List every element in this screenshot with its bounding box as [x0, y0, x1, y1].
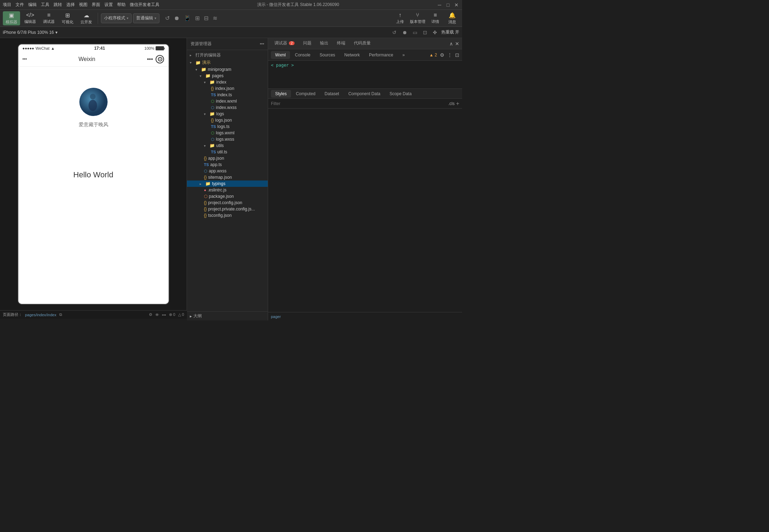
detail-button[interactable]: ≡ 详情	[428, 12, 442, 24]
file-tree-more-icon[interactable]: •••	[260, 42, 264, 47]
panel-tab-network[interactable]: Network	[340, 51, 364, 59]
message-button[interactable]: 🔔 消息	[445, 12, 459, 25]
tab-output[interactable]: 输出	[316, 39, 332, 48]
style-tab-component-data[interactable]: Component Data	[344, 90, 384, 98]
xml-node-pager[interactable]: < pager >	[268, 62, 462, 68]
version-button[interactable]: ⑂ 版本管理	[410, 12, 425, 24]
menu-item-help[interactable]: 帮助	[117, 2, 126, 8]
status-eye-icon[interactable]: 👁	[155, 313, 159, 317]
tree-item-utils-folder[interactable]: ▾ 📁 utils	[187, 142, 268, 149]
menu-item-settings[interactable]: 设置	[104, 2, 113, 8]
fullscreen-icon[interactable]: ⏺	[401, 29, 408, 36]
tab-debugger[interactable]: 调试器 2	[271, 39, 298, 48]
menu-item-file[interactable]: 文件	[16, 2, 24, 8]
tab-terminal[interactable]: 终端	[333, 39, 349, 48]
status-more-icon[interactable]: •••	[162, 313, 166, 317]
tree-item-index-ts[interactable]: TS index.ts	[187, 92, 268, 98]
tree-item-index-wxss[interactable]: ⬡ index.wxss	[187, 104, 268, 111]
screen-button[interactable]: ⊟	[202, 14, 210, 22]
maximize-button[interactable]: □	[445, 2, 451, 8]
tree-item-pages[interactable]: ▾ 📁 pages	[187, 73, 268, 79]
style-tab-dataset[interactable]: Dataset	[320, 90, 343, 98]
tree-item-package-json[interactable]: ⬡ package.json	[187, 193, 268, 200]
device-selector[interactable]: iPhone 6/7/8 Plus 100% 16 ▾	[3, 30, 57, 35]
logs-folder-icon: 📁	[210, 111, 215, 116]
menu-item-ui[interactable]: 界面	[92, 2, 100, 8]
style-tab-styles[interactable]: Styles	[271, 90, 291, 98]
phone-add-icon[interactable]: ⊙	[156, 55, 164, 63]
tab-code-quality[interactable]: 代码质量	[350, 39, 374, 48]
style-tab-scope-data[interactable]: Scope Data	[385, 90, 416, 98]
menu-item-goto[interactable]: 跳转	[54, 2, 62, 8]
tree-item-typings[interactable]: ▸ 📁 typings	[187, 181, 268, 187]
panel-tab-performance[interactable]: Performance	[365, 51, 398, 59]
open-editors-section[interactable]: ▸ 打开的编辑器	[187, 51, 268, 59]
tab-issues[interactable]: 问题	[299, 39, 315, 48]
tree-item-sitemap-json[interactable]: {} sitemap.json	[187, 174, 268, 181]
style-tab-computed[interactable]: Computed	[292, 90, 320, 98]
tree-item-app-json[interactable]: {} app.json	[187, 155, 268, 161]
share-icon[interactable]: ✤	[431, 29, 438, 36]
tree-item-eslintrc[interactable]: ● .eslintrc.js	[187, 187, 268, 193]
menu-item-project[interactable]: 项目	[3, 2, 11, 8]
phone-menu-icon[interactable]: •••	[147, 56, 153, 62]
device-frame-icon[interactable]: ▭	[411, 29, 419, 36]
editor-button[interactable]: </> 编辑器	[22, 11, 39, 25]
tree-item-miniprogram[interactable]: ▾ 📁 miniprogram	[187, 66, 268, 73]
project-root[interactable]: ▾ 📁 演示	[187, 59, 268, 66]
devtools-dock-icon[interactable]: ⊡	[455, 52, 459, 58]
phone-button[interactable]: 📱	[182, 14, 192, 22]
tree-item-logs-ts[interactable]: TS logs.ts	[187, 123, 268, 130]
tree-item-logs-wxss[interactable]: ⬡ logs.wxss	[187, 136, 268, 142]
menu-item-wechat[interactable]: 微信开发者工具	[130, 2, 159, 8]
tree-item-project-private-config[interactable]: {} project.private.config.js...	[187, 206, 268, 212]
tree-item-util-ts[interactable]: TS util.ts	[187, 149, 268, 155]
panel-tab-wxml[interactable]: Wxml	[271, 51, 290, 59]
tree-item-project-config-json[interactable]: {} project.config.json	[187, 200, 268, 206]
devtools-more-icon[interactable]: ⋮	[447, 52, 452, 58]
status-settings-icon[interactable]: ⚙	[149, 312, 152, 317]
refresh-button[interactable]: ↺	[164, 14, 171, 22]
panel-tab-more[interactable]: »	[398, 51, 409, 59]
cloud-icon: ☁	[84, 12, 89, 19]
hot-reload-toggle[interactable]: 热重载 开	[441, 29, 459, 35]
simulator-button[interactable]: ▣ 模拟器	[3, 11, 20, 25]
menu-item-tools[interactable]: 工具	[41, 2, 49, 8]
outline-section[interactable]: ▸ 大纲	[187, 311, 268, 320]
tree-item-index-wxml[interactable]: ⬡ index.wxml	[187, 98, 268, 104]
visual-button[interactable]: ⊞ 可视化	[59, 11, 76, 25]
upload-button[interactable]: ↑ 上传	[393, 12, 407, 24]
menu-item-view[interactable]: 视图	[79, 2, 87, 8]
panel-tab-console[interactable]: Console	[291, 51, 315, 59]
copy-path-icon[interactable]: ⧉	[59, 312, 62, 317]
cloud-button[interactable]: ☁ 云开发	[78, 11, 95, 25]
rotate-icon[interactable]: ↺	[391, 29, 398, 36]
tree-item-tsconfig-json[interactable]: {} tsconfig.json	[187, 212, 268, 219]
menu-bar[interactable]: 项目 文件 编辑 工具 跳转 选择 视图 界面 设置 帮助 微信开发者工具	[3, 2, 159, 8]
expand-devtools-icon[interactable]: ∧	[449, 41, 453, 47]
debugger-button[interactable]: ≡ 调试器	[40, 11, 57, 25]
tree-item-logs-folder[interactable]: ▾ 📁 logs	[187, 111, 268, 117]
devtools-settings-icon[interactable]: ⚙	[440, 52, 444, 58]
layout-button[interactable]: ⊞	[194, 14, 201, 22]
tree-item-app-wxss[interactable]: ⬡ app.wxss	[187, 168, 268, 174]
filter-input[interactable]	[271, 101, 324, 106]
add-style-icon[interactable]: +	[456, 100, 459, 107]
tree-item-app-ts[interactable]: TS app.ts	[187, 161, 268, 168]
minimize-button[interactable]: ─	[437, 2, 442, 8]
tree-item-logs-wxml[interactable]: ⬡ logs.wxml	[187, 130, 268, 136]
wifi-button[interactable]: ≋	[211, 14, 219, 22]
tree-item-logs-json[interactable]: {} logs.json	[187, 117, 268, 123]
panel-tab-sources[interactable]: Sources	[315, 51, 339, 59]
menu-item-select[interactable]: 选择	[66, 2, 75, 8]
tree-item-index-folder[interactable]: ▾ 📁 index	[187, 79, 268, 85]
mode-dropdown[interactable]: 小程序模式 ▾	[101, 13, 132, 23]
compile-dropdown[interactable]: 普通编辑 ▾	[133, 13, 159, 23]
menu-item-edit[interactable]: 编辑	[28, 2, 37, 8]
copy-icon[interactable]: ⊡	[422, 29, 429, 36]
record-button[interactable]: ⏺	[172, 14, 181, 22]
window-controls[interactable]: ─ □ ✕	[437, 2, 459, 8]
close-devtools-icon[interactable]: ✕	[455, 41, 459, 47]
tree-item-index-json[interactable]: {} index.json	[187, 85, 268, 92]
close-button[interactable]: ✕	[454, 2, 459, 8]
